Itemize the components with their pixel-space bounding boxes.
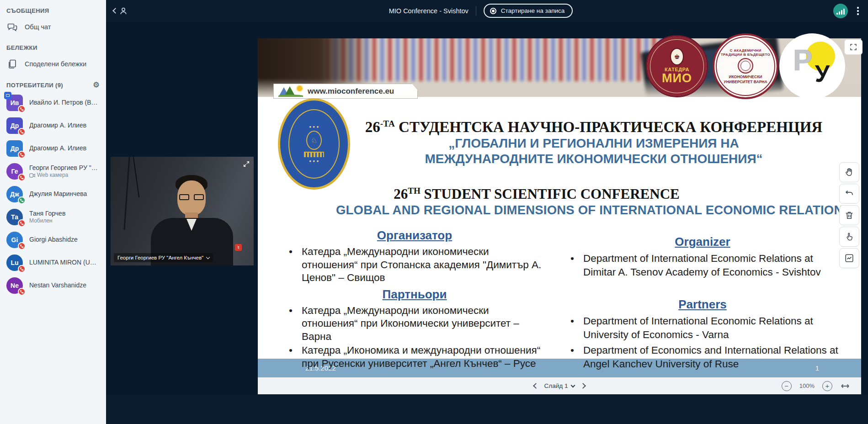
user-list-item[interactable]: ИвИвайло И. Петров (Вие) <box>0 91 106 114</box>
webcam-video[interactable]: Георги Георгиев РУ "Ангел Кънчев" <box>111 157 254 265</box>
user-avatar: Lu <box>6 254 23 271</box>
mioconference-url-label: www.mioconference.eu <box>273 84 418 99</box>
shared-notes-icon <box>6 58 18 70</box>
organizer-bullet-en: Department of International Economic Rel… <box>567 252 838 279</box>
notes-header: БЕЛЕЖКИ <box>0 37 106 54</box>
webcam-expand-icon[interactable] <box>243 160 250 168</box>
webcam-mini-icon <box>29 173 35 178</box>
chevron-down-icon <box>206 255 210 259</box>
shared-notes-label: Споделени бележки <box>25 60 86 68</box>
top-bar: MIO Conference - Svishtov Стартиране на … <box>106 0 868 21</box>
phone-status-badge-icon <box>18 265 26 273</box>
partner-bullet-bg-1: Катедра „Международни икономически отнош… <box>285 304 544 344</box>
chevron-down-icon <box>571 383 575 387</box>
partners-heading-bg: Партньори <box>285 287 544 301</box>
english-title: 26TH STUDENT SCIENTIFIC CONFERENCE <box>335 182 738 202</box>
zoom-out-button[interactable]: − <box>782 381 792 391</box>
next-slide-button[interactable] <box>580 383 586 389</box>
phone-status-badge-icon <box>18 288 26 296</box>
user-device-label: Web камера <box>29 172 100 179</box>
fullscreen-presentation-button[interactable] <box>844 39 863 55</box>
user-name: Джулия Маринчева <box>29 190 87 198</box>
chevron-left-icon <box>112 8 118 14</box>
hide-userlist-button[interactable] <box>106 6 128 16</box>
pan-tool-button[interactable] <box>839 162 859 182</box>
pointer-tool-button[interactable] <box>839 227 859 247</box>
shapes-chart-tool-button[interactable] <box>839 248 859 268</box>
user-name: Драгомир А. Илиев <box>29 144 86 153</box>
user-list-item[interactable]: ДжДжулия Маринчева <box>0 183 106 206</box>
zoom-level-value: 100% <box>799 382 815 389</box>
user-avatar: Gi <box>6 232 23 248</box>
user-device-label: Мобилен <box>29 217 65 224</box>
webcam-person <box>111 157 254 265</box>
user-avatar: Ив <box>6 95 23 111</box>
webcam-red-indicator-icon <box>235 244 242 251</box>
user-avatar: Ne <box>6 277 23 294</box>
user-avatar: Дж <box>6 186 23 202</box>
user-name: Nestan Varshanidze <box>29 281 86 290</box>
options-kebab-menu[interactable] <box>855 5 861 17</box>
user-list-item[interactable]: ТаТаня ГорчевМобилен <box>0 206 106 228</box>
bulgarian-title: 26-ТА СТУДЕНТСКА НАУЧНО-ПРАКТИЧЕСКА КОНФ… <box>335 115 852 136</box>
webcam-name-dropdown[interactable]: Георги Георгиев РУ "Ангел Кънчев" <box>114 253 213 262</box>
user-name: Ивайло И. Петров (Вие) <box>29 99 100 107</box>
tsenov-academy-emblem: ● ● ● ♘ ● ● ● <box>278 98 350 190</box>
organizer-heading-en: Organizer <box>567 235 838 249</box>
presentation-controls: Слайд 1 − 100% + <box>258 377 861 394</box>
partners-heading-en: Partners <box>567 297 838 311</box>
slide-titles: 26-ТА СТУДЕНТСКА НАУЧНО-ПРАКТИЧЕСКА КОНФ… <box>335 115 852 217</box>
organizer-heading-bg: Организатор <box>285 228 544 242</box>
user-avatar: Др <box>6 140 23 157</box>
start-recording-button[interactable]: Стартиране на записа <box>484 4 573 18</box>
slide-selector-dropdown[interactable]: Слайд 1 <box>544 382 575 389</box>
meeting-title: MIO Conference - Svishtov <box>389 7 469 15</box>
users-header: ПОТРЕБИТЕЛИ (9) ⚙ <box>0 74 106 91</box>
sidebar-item-shared-notes[interactable]: Споделени бележки <box>0 54 106 74</box>
english-subtitle: GLOBAL AND REGIONAL DIMENSIONS OF INTERN… <box>335 202 852 217</box>
zoom-in-button[interactable]: + <box>822 381 832 391</box>
phone-status-badge-icon <box>18 196 26 204</box>
person-icon <box>118 6 128 16</box>
varna-university-seal: С АКАДЕМИЧНИ ТРАДИЦИИ В БЪДЕЩЕТО ИКОНОМИ… <box>713 33 778 99</box>
connection-status-icon[interactable] <box>833 4 848 18</box>
mio-mountains-logo-icon <box>278 86 303 97</box>
phone-status-badge-icon <box>18 105 26 113</box>
user-name: Giorgi Abashidze <box>29 236 78 244</box>
user-name: Георги Георгиев РУ "Ангел Кънч... <box>29 164 100 172</box>
bottom-action-bar <box>106 395 868 424</box>
user-avatar: Та <box>6 209 23 225</box>
undo-button[interactable] <box>839 184 859 204</box>
ruse-university-seal: Р У <box>779 33 845 99</box>
user-name: Драгомир А. Илиев <box>29 122 86 130</box>
user-name: Таня Горчев <box>29 210 65 218</box>
sidebar-panel: СЪОБЩЕНИЯ Общ чат БЕЛЕЖКИ Споделени беле… <box>0 0 106 424</box>
partner-bullet-en-1: Department of International Economic Rel… <box>567 314 838 342</box>
user-name: LUMINITA MIRON (ULIM) <box>29 259 100 267</box>
previous-slide-button[interactable] <box>533 383 539 389</box>
user-list-item[interactable]: ГеГеорги Георгиев РУ "Ангел Кънч...Web к… <box>0 160 106 183</box>
divider <box>476 6 476 16</box>
fit-width-button[interactable] <box>840 383 850 389</box>
sidebar-item-public-chat[interactable]: Общ чат <box>0 17 106 37</box>
user-list-item[interactable]: ДрДрагомир А. Илиев <box>0 137 106 160</box>
users-settings-gear-icon[interactable]: ⚙ <box>93 81 100 89</box>
chat-icon <box>6 21 18 33</box>
presenter-badge-icon <box>4 92 11 99</box>
clear-annotations-trash-button[interactable] <box>839 205 859 225</box>
user-list: ИвИвайло И. Петров (Вие)ДрДрагомир А. Ил… <box>0 91 106 297</box>
organizer-column-en: Organizer Department of International Ec… <box>567 228 838 373</box>
fullscreen-icon <box>849 43 857 51</box>
user-avatar: Ге <box>6 163 23 180</box>
organizer-column-bg: Организатор Катедра „Международни иконом… <box>285 228 544 371</box>
user-list-item[interactable]: GiGiorgi Abashidze <box>0 228 106 251</box>
user-avatar: Др <box>6 117 23 134</box>
user-list-item[interactable]: ДрДрагомир А. Илиев <box>0 114 106 137</box>
whiteboard-toolbar <box>839 162 859 268</box>
partner-bullet-en-2: Department of Economics and Internationa… <box>567 344 838 371</box>
user-list-item[interactable]: LuLUMINITA MIRON (ULIM) <box>0 251 106 274</box>
messages-header: СЪОБЩЕНИЯ <box>0 0 106 17</box>
phone-status-badge-icon <box>18 174 26 181</box>
phone-status-badge-icon <box>18 151 26 159</box>
user-list-item[interactable]: NeNestan Varshanidze <box>0 274 106 297</box>
